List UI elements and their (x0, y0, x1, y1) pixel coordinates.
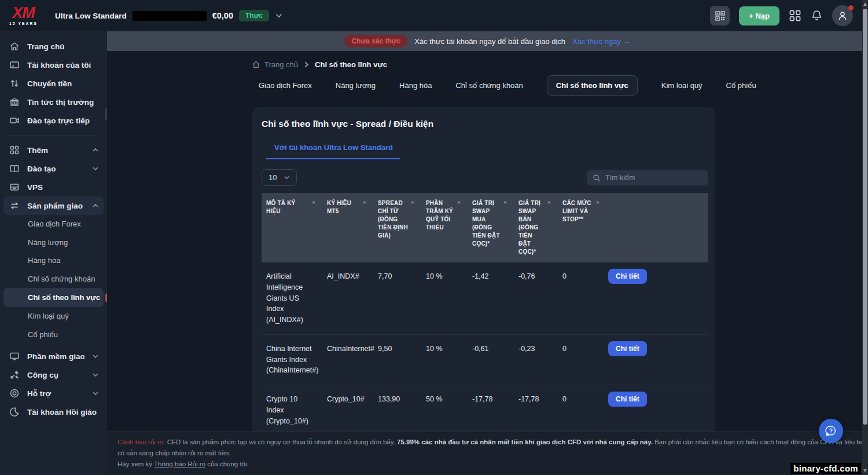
sidebar-subitem-thematic-indices[interactable]: Chỉ số theo lĩnh vực MỚI (3, 288, 104, 307)
tab-energy[interactable]: Năng lượng (336, 81, 376, 90)
video-camera-icon (9, 115, 20, 126)
sidebar-item-label: Tài khoản Hồi giáo (27, 408, 99, 416)
xm-logo-text: XM (12, 5, 35, 21)
notifications-bell-icon[interactable] (811, 9, 823, 22)
sidebar-item-label: Tin tức thị trường (27, 98, 99, 107)
chat-support-button[interactable] (819, 419, 843, 443)
tab-precious-metals[interactable]: Kim loại quý (661, 81, 703, 90)
qr-code-icon (715, 11, 725, 21)
chevron-down-icon (92, 390, 99, 397)
sidebar-item-more[interactable]: Thêm (0, 141, 107, 159)
verify-now-link[interactable]: Xác thực ngay → (572, 37, 630, 46)
sidebar-item-education[interactable]: Đào tạo (0, 159, 107, 178)
cell-description: Artificial Intelligence Giants US Index … (262, 262, 322, 334)
sidebar-item-label: Chuyển tiền (27, 79, 99, 88)
search-input[interactable] (605, 174, 698, 182)
sidebar-item-market-news[interactable]: Tin tức thị trường (0, 93, 107, 111)
breadcrumb-current: Chỉ số theo lĩnh vực (315, 60, 387, 69)
sidebar-item-label: Trang chủ (27, 42, 99, 51)
chevron-up-icon (92, 202, 99, 209)
deposit-button[interactable]: + Nạp (739, 6, 779, 25)
cell-symbol: Crypto_10# (322, 385, 373, 435)
account-type-subtab[interactable]: Với tài khoản Ultra Low Standard (266, 143, 400, 159)
tools-icon (9, 370, 20, 380)
main-content: Chưa xác thực Xác thực tài khoản ngay để… (107, 31, 868, 475)
tab-commodities[interactable]: Hàng hóa (399, 81, 432, 90)
sidebar-divider (8, 135, 99, 136)
sidebar-subitem-energy[interactable]: Năng lượng (0, 233, 107, 252)
breadcrumb-home-label: Trang chủ (264, 60, 298, 69)
risk-disclosure-link[interactable]: Thông báo Rủi ro (154, 461, 205, 467)
account-type-label: Ultra Low Standard (55, 12, 127, 20)
breadcrumb-home[interactable]: Trang chủ (252, 60, 298, 69)
column-header[interactable]: GIÁ TRỊ SWAP MUA (ĐỒNG TIỀN ĐẶT CỌC)* (468, 193, 514, 262)
sidebar-item-tools[interactable]: Công cụ (0, 366, 107, 384)
risk-warning-text: Hãy xem kỹ (117, 461, 152, 467)
tab-forex[interactable]: Giao dịch Forex (259, 81, 312, 90)
sidebar-item-trading-products[interactable]: Sản phẩm giao dịch (3, 196, 104, 215)
page-size-select[interactable]: 10 (262, 169, 297, 186)
detail-button[interactable]: Chi tiết (608, 392, 647, 407)
table-row: Artificial Intelligence Giants US Index … (262, 262, 708, 335)
sidebar-item-trading-platforms[interactable]: Phần mềm giao dịch (0, 347, 107, 366)
chevron-down-icon (92, 165, 99, 172)
search-icon (593, 174, 601, 182)
page-size-value: 10 (269, 173, 277, 182)
verification-message: Xác thực tài khoản ngay để bắt đầu giao … (414, 37, 565, 46)
instruments-table: MÔ TẢ KÝ HIỆU KÝ HIỆU MT5 SPREAD CHỈ TỪ … (262, 193, 708, 446)
tab-thematic-indices[interactable]: Chỉ số theo lĩnh vực (547, 75, 638, 96)
sidebar-item-vps[interactable]: VPS (0, 178, 107, 196)
sidebar-subitem-forex[interactable]: Giao dịch Forex (0, 215, 107, 233)
sidebar-item-islamic-account[interactable]: Tài khoản Hồi giáo (0, 403, 107, 421)
search-box (587, 170, 708, 185)
sidebar-subitem-precious-metals[interactable]: Kim loại quý (0, 307, 107, 326)
home-icon (9, 41, 20, 52)
sidebar-item-label: Đào tạo trực tiếp (27, 116, 99, 125)
scrollbar-down-arrow[interactable] (863, 469, 867, 473)
sort-icon (411, 201, 414, 203)
chevron-down-icon (92, 353, 99, 360)
detail-button[interactable]: Chi tiết (608, 341, 647, 356)
sidebar-item-support[interactable]: Hỗ trợ (0, 384, 107, 403)
sidebar-subitem-commodities[interactable]: Hàng hóa (0, 251, 107, 270)
account-switcher[interactable]: Ultra Low Standard €0,00 Thực (55, 10, 283, 21)
column-header[interactable]: PHẦN TRĂM KÝ QUỸ TỐI THIỂU (421, 193, 468, 262)
column-header[interactable]: MÔ TẢ KÝ HIỆU (262, 193, 322, 262)
book-icon (9, 163, 20, 174)
cell-description: Crypto 10 Index (Crypto_10#) (262, 385, 322, 435)
sidebar-item-live-education[interactable]: Đào tạo trực tiếp (0, 111, 107, 130)
table-row: Crypto 10 Index (Crypto_10#) Crypto_10# … (262, 385, 708, 436)
transfer-arrows-icon (9, 78, 20, 89)
home-icon (252, 60, 260, 69)
scrollbar-up-arrow[interactable] (863, 2, 867, 6)
column-header[interactable]: CÁC MỨC LIMIT VÀ STOP** (558, 193, 606, 262)
column-header[interactable]: GIÁ TRỊ SWAP BÁN (ĐỒNG TIỀN ĐẶT CỌC)* (514, 193, 558, 262)
sidebar-item-transfer[interactable]: Chuyển tiền (0, 74, 107, 93)
qr-code-button[interactable] (710, 6, 730, 25)
apps-grid-icon[interactable] (789, 9, 801, 22)
sidebar-item-home[interactable]: Trang chủ (0, 37, 107, 56)
page-title: Chỉ số theo lĩnh vực - Spread / Điều kiệ… (262, 119, 708, 129)
risk-warning-stat: 75.99% các nhà đầu tư cá nhân mất tiền k… (397, 439, 653, 445)
user-avatar[interactable] (832, 5, 853, 26)
watermark: binary-cfd.com (790, 463, 861, 474)
column-header[interactable]: KÝ HIỆU MT5 (322, 193, 373, 262)
sidebar-item-label: Công cụ (27, 371, 84, 379)
sidebar-subitem-shares[interactable]: Cổ phiếu (0, 326, 107, 344)
tab-stock-indices[interactable]: Chỉ số chứng khoán (455, 81, 523, 90)
page-scrollbar[interactable] (862, 0, 868, 475)
tab-shares[interactable]: Cổ phiếu (726, 81, 756, 90)
cell-margin: 50 % (421, 385, 468, 435)
chevron-down-icon (92, 371, 99, 378)
sidebar-item-my-accounts[interactable]: Tài khoản của tôi (0, 56, 107, 74)
risk-warning-footer: Cảnh báo rủi ro: CFD là sản phẩm phức tạ… (107, 432, 868, 475)
column-header[interactable]: SPREAD CHỈ TỪ (ĐỒNG TIỀN ĐỊNH GIÁ) (373, 193, 421, 262)
cell-spread: 133,90 (373, 385, 421, 435)
sidebar-item-label: Thêm (27, 146, 84, 155)
scrollbar-thumb[interactable] (863, 9, 867, 425)
xm-logo[interactable]: XM 15 YEARS (9, 5, 38, 26)
server-icon (9, 182, 20, 192)
sidebar-subitem-stock-indices[interactable]: Chỉ số chứng khoán (0, 270, 107, 288)
detail-button[interactable]: Chi tiết (608, 269, 647, 284)
top-bar: XM 15 YEARS Ultra Low Standard €0,00 Thự… (0, 0, 868, 31)
